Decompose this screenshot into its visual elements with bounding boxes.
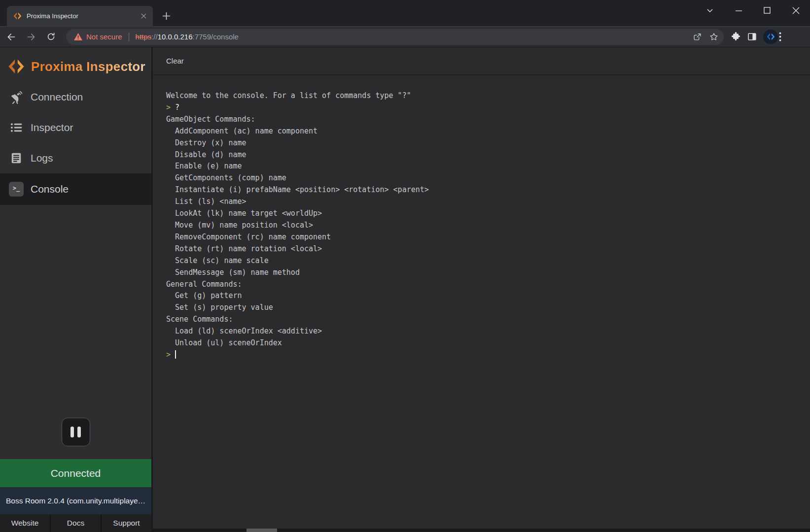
proxima-logo-icon [8,58,25,75]
sidebar-item-label: Inspector [31,122,73,133]
project-label: Boss Room 2.0.4 (com.unity.multiplaye… [6,497,145,505]
proxima-favicon-icon [13,12,22,20]
console-line: Instantiate (i) prefabName <position> <r… [166,184,800,196]
sidebar-item-inspector[interactable]: Inspector [0,112,151,143]
console-line: Enable (e) name [166,161,800,172]
connection-status-label: Connected [51,467,101,479]
sidebar-item-label: Logs [31,152,53,164]
sidebar-item-connection[interactable]: Connection [0,82,151,112]
clear-button[interactable]: Clear [166,57,184,65]
url-path: :7759/console [193,33,239,41]
list-bullets-icon [9,120,24,135]
text-cursor [175,350,176,359]
proxima-extension-icon[interactable] [763,30,778,44]
bookmark-star-icon[interactable] [709,32,719,42]
window-minimize-button[interactable] [724,0,753,21]
brand: Proxima Inspector [0,47,151,82]
url-text: https://10.0.0.216:7759/console [136,33,688,41]
console-line: Move (mv) name position <local> [166,220,800,232]
pause-icon [70,427,74,437]
window-controls [696,0,810,21]
sidebar-item-logs[interactable]: Logs [0,143,151,173]
console-panel: Clear Welcome to the console. For a list… [153,47,810,532]
sidebar-item-label: Console [31,183,69,195]
console-line: AddComponent (ac) name component [166,126,800,137]
omnibox-actions [693,32,719,42]
reload-button[interactable] [42,29,59,45]
console-line: Destroy (x) name [166,137,800,149]
footer-link-website[interactable]: Website [0,514,50,532]
footer-link-docs[interactable]: Docs [51,514,101,532]
console-line: Load (ld) sceneOrIndex <additive> [166,326,800,337]
console-line: Disable (d) name [166,149,800,161]
console-line: GameObject Commands: [166,114,800,126]
project-banner: Boss Room 2.0.4 (com.unity.multiplaye… [0,487,151,514]
console-line: LookAt (lk) name target <worldUp> [166,208,800,220]
new-tab-button[interactable] [159,9,173,23]
console-line: Rotate (rt) name rotation <local> [166,243,800,255]
extensions-puzzle-icon[interactable] [731,32,741,42]
sidebar-footer: Website Docs Support [0,514,151,532]
console-line: Get (g) pattern [166,290,800,302]
not-secure-chip[interactable]: Not secure [74,33,122,41]
console-line: RemoveComponent (rc) name component [166,232,800,243]
url-host: 10.0.0.216 [158,33,193,41]
not-secure-label: Not secure [86,33,122,41]
console-line: Scene Commands: [166,314,800,326]
window-maximize-button[interactable] [753,0,781,21]
sidebar-item-label: Connection [31,91,83,103]
console-line: List (ls) <name> [166,196,800,208]
sidebar-item-console[interactable]: >_ Console [0,173,151,205]
console-output[interactable]: Welcome to the console. For a list of co… [153,75,810,532]
share-icon[interactable] [693,32,702,41]
console-line: > ? [166,102,800,114]
sidebar: Proxima Inspector Connection [0,47,153,532]
browser-toolbar: Not secure https://10.0.0.216:7759/conso… [0,26,810,47]
sidebar-spacer [0,205,151,418]
console-line: Set (s) property value [166,302,800,314]
console-line: General Commands: [166,279,800,291]
side-panel-icon[interactable] [747,32,757,42]
address-bar[interactable]: Not secure https://10.0.0.216:7759/conso… [66,29,724,45]
url-separator: :// [151,33,158,41]
horizontal-scrollbar[interactable] [153,529,810,532]
proxima-app: Proxima Inspector Connection [0,47,810,532]
brand-title: Proxima Inspector [31,59,145,74]
document-lines-icon [9,151,24,166]
console-line: GetComponents (comp) name [166,172,800,184]
scrollbar-thumb[interactable] [247,529,277,532]
console-line: Scale (sc) name scale [166,255,800,267]
url-scheme: https [136,33,152,41]
console-line: Unload (ul) sceneOrIndex [166,337,800,349]
omnibox-separator [129,33,129,41]
warning-icon [74,33,82,40]
extensions-area [731,30,778,44]
console-prompt: > [166,350,175,359]
pause-icon [77,427,81,437]
browser-tab[interactable]: Proxima Inspector [7,6,153,26]
connection-status-banner: Connected [0,459,151,487]
window-close-button[interactable] [781,0,810,21]
pause-button[interactable] [62,418,90,446]
footer-link-support[interactable]: Support [102,514,151,532]
terminal-icon: >_ [9,182,24,197]
browser-tabstrip: Proxima Inspector [0,0,810,26]
console-toolbar: Clear [153,47,810,75]
browser-menu-icon[interactable] [779,32,781,41]
window-dropdown-icon[interactable] [696,0,724,21]
console-line: SendMessage (sm) name method [166,267,800,279]
forward-button[interactable] [23,29,39,45]
satellite-dish-icon [9,90,24,104]
back-button[interactable] [3,29,20,45]
tab-title: Proxima Inspector [27,12,139,20]
console-input-line[interactable]: > [166,349,800,361]
console-line: Welcome to the console. For a list of co… [166,90,800,102]
tab-close-icon[interactable] [139,12,148,21]
